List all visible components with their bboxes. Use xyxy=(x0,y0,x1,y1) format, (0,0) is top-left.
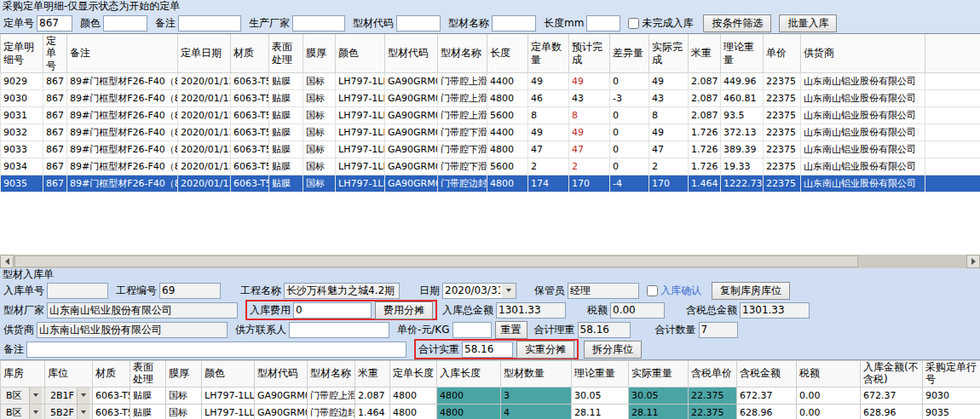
column-header[interactable]: 型材数量 xyxy=(501,361,572,387)
warehouse-select[interactable]: B区 xyxy=(1,404,45,419)
column-header[interactable]: 定单号 xyxy=(43,34,67,73)
column-header[interactable]: 库位 xyxy=(45,361,93,387)
column-header[interactable]: 库房 xyxy=(1,361,45,387)
chevron-down-icon[interactable] xyxy=(77,387,89,404)
table-cell: 8 xyxy=(649,107,689,124)
location-select[interactable]: 2B1F xyxy=(45,387,93,404)
column-header[interactable]: 含税金额 xyxy=(737,361,797,387)
horizontal-scrollbar[interactable] xyxy=(0,255,980,268)
fee-share-button[interactable]: 费用分摊 xyxy=(375,301,433,319)
column-header[interactable]: 型材代码 xyxy=(255,361,308,387)
table-cell: 4800 xyxy=(487,141,528,158)
color-filter-input[interactable] xyxy=(103,15,147,32)
column-header[interactable]: 定单日期 xyxy=(178,34,231,73)
column-header[interactable]: 表面处理 xyxy=(130,361,166,387)
supplier-contact-input[interactable] xyxy=(289,322,389,338)
length-filter-input[interactable] xyxy=(586,15,620,32)
column-header[interactable]: 入库长度 xyxy=(437,361,501,387)
calendar-dropdown-button[interactable] xyxy=(502,283,516,299)
table-row[interactable]: 9031 867 89#门框型材F26-F40（866+867） 2020/01… xyxy=(1,107,980,124)
column-header[interactable]: 定单明细号 xyxy=(1,34,43,73)
column-header[interactable]: 型材代码 xyxy=(385,34,438,73)
column-header[interactable]: 材质 xyxy=(231,34,269,73)
inbound-no-input[interactable] xyxy=(47,283,108,299)
scroll-right-button[interactable] xyxy=(966,255,980,268)
batch-inbound-button[interactable]: 批量入库 xyxy=(779,14,837,32)
filter-by-condition-button[interactable]: 按条件筛选 xyxy=(703,14,771,32)
unit-price-input[interactable] xyxy=(453,322,492,338)
column-header[interactable]: 供货商 xyxy=(801,34,925,73)
column-header[interactable]: 材质 xyxy=(93,361,130,387)
column-header[interactable]: 入库金额(不含税) xyxy=(861,361,923,387)
chevron-down-icon[interactable] xyxy=(29,405,42,419)
table-row[interactable]: B区 2B1F 6063-T5 贴膜 国标 LH797-1LL0 GA90GRM… xyxy=(1,387,980,404)
column-header[interactable]: 实际重量 xyxy=(629,361,689,387)
keeper-input[interactable] xyxy=(568,283,639,299)
date-input[interactable] xyxy=(442,283,502,299)
chevron-down-icon[interactable] xyxy=(77,405,89,419)
table-row[interactable]: 9029 867 89#门框型材F26-F40（866+867） 2020/01… xyxy=(1,73,980,90)
column-header[interactable]: 表面处理 xyxy=(269,34,303,73)
inbound-total-input[interactable] xyxy=(496,302,566,319)
unfinished-inbound-checkbox[interactable] xyxy=(628,18,639,29)
inbound-confirm-checkbox[interactable] xyxy=(647,285,658,296)
column-header[interactable]: 长度 xyxy=(487,34,528,73)
scroll-left-button[interactable] xyxy=(0,255,14,268)
tax-total-input[interactable] xyxy=(740,302,810,319)
remark-input[interactable] xyxy=(26,342,406,358)
remark-filter-input[interactable] xyxy=(178,15,241,32)
table-row[interactable]: 9032 867 89#门框型材F26-F40（866+867） 2020/01… xyxy=(1,124,980,141)
column-header[interactable]: 备注 xyxy=(67,34,178,73)
column-header[interactable]: 税额 xyxy=(797,361,861,387)
warehouse-select[interactable]: B区 xyxy=(1,387,45,404)
table-cell: 170 xyxy=(569,175,610,192)
column-header[interactable]: 定单长度 xyxy=(390,361,437,387)
reset-button[interactable]: 重置 xyxy=(495,321,527,339)
column-header[interactable]: 颜色 xyxy=(202,361,255,387)
split-location-button[interactable]: 拆分库位 xyxy=(584,341,642,359)
profile-manufacturer-input[interactable] xyxy=(47,302,238,319)
column-header[interactable]: 采购定单行号 xyxy=(923,361,980,387)
column-header[interactable]: 实际完成 xyxy=(649,34,689,73)
column-header[interactable]: 单价 xyxy=(764,34,801,73)
date-picker[interactable] xyxy=(442,283,516,299)
total-qty-input[interactable] xyxy=(699,322,738,338)
column-header[interactable]: 膜厚 xyxy=(166,361,202,387)
table-row[interactable]: 9034 867 89#门框型材F26-F40（866+867） 2020/01… xyxy=(1,158,980,175)
column-header[interactable]: 理论重量 xyxy=(572,361,629,387)
project-name-input[interactable] xyxy=(284,283,400,299)
column-header[interactable]: 理论重量 xyxy=(721,34,764,73)
total-actual-weight-input[interactable] xyxy=(462,342,513,358)
column-header[interactable]: 预计完成 xyxy=(569,34,610,73)
tax-input[interactable] xyxy=(610,302,665,319)
project-no-input[interactable] xyxy=(159,283,221,299)
profile-name-filter-input[interactable] xyxy=(492,15,536,32)
column-header[interactable]: 型材名称 xyxy=(308,361,355,387)
column-header[interactable]: 米重 xyxy=(689,34,721,73)
column-header[interactable]: 含税单价 xyxy=(689,361,737,387)
scrollbar-thumb[interactable] xyxy=(14,255,858,267)
inbound-fee-input[interactable] xyxy=(293,302,372,319)
profile-code-filter-input[interactable] xyxy=(396,15,441,32)
column-header[interactable]: 定单数量 xyxy=(528,34,569,73)
table-row[interactable]: 9030 867 89#门框型材F26-F40（866+867） 2020/01… xyxy=(1,90,980,107)
table-cell: 89#门框型材F26-F40（866+867） xyxy=(67,158,178,175)
column-header[interactable]: 膜厚 xyxy=(303,34,336,73)
copy-warehouse-location-button[interactable]: 复制库房库位 xyxy=(712,282,790,300)
table-cell xyxy=(925,73,980,90)
table-row[interactable]: 9035 867 89#门框型材F26-F40（866+867） 2020/01… xyxy=(1,175,980,192)
order-no-input[interactable] xyxy=(37,15,72,32)
order-detail-table: 定单明细号 定单号 备注 定单日期 材质 表面处理 膜厚 颜色 型材代码 型材名… xyxy=(0,34,980,192)
column-header[interactable]: 型材名称 xyxy=(438,34,487,73)
total-theory-weight-input[interactable] xyxy=(578,322,631,338)
location-select[interactable]: 5B2F xyxy=(45,404,93,419)
table-row[interactable]: B区 5B2F 6063-T5 贴膜 国标 LH797-1LL0 GA90GRM… xyxy=(1,404,980,419)
actual-weight-share-button[interactable]: 实重分摊 xyxy=(516,341,574,359)
column-header[interactable]: 差异量 xyxy=(610,34,649,73)
column-header[interactable]: 米重 xyxy=(355,361,390,387)
supplier-input[interactable] xyxy=(37,322,228,338)
chevron-down-icon[interactable] xyxy=(29,387,42,404)
manufacturer-filter-input[interactable] xyxy=(292,15,345,32)
table-row[interactable]: 9033 867 89#门框型材F26-F40（866+867） 2020/01… xyxy=(1,141,980,158)
column-header[interactable]: 颜色 xyxy=(336,34,385,73)
